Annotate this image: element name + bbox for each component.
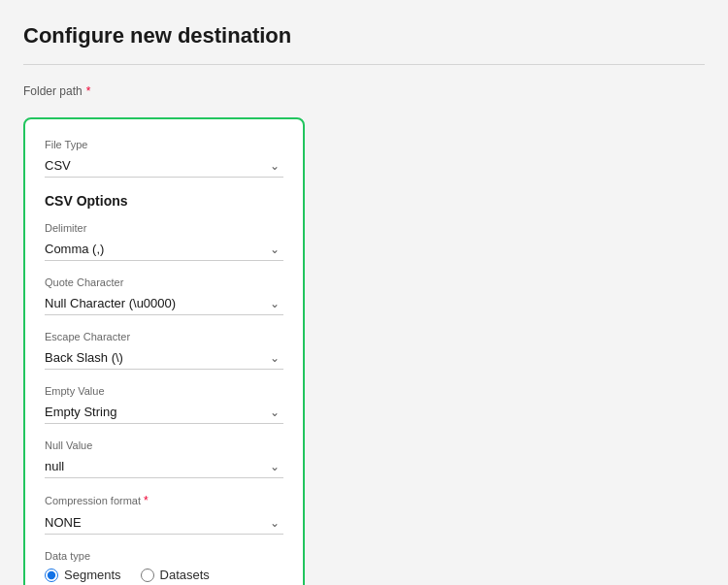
folder-path-required-star: * [86,84,91,98]
page-title: Configure new destination [23,23,705,49]
file-type-field: File Type CSV JSON Parquet ⌄ [45,139,283,178]
empty-value-select-wrapper: Empty String Null None ⌄ [45,401,283,424]
delimiter-field: Delimiter Comma (,) Tab Pipe (|) Semicol… [45,222,283,261]
datasets-radio[interactable] [141,569,154,582]
escape-character-select-wrapper: Back Slash (\) None ⌄ [45,346,283,370]
file-type-select[interactable]: CSV JSON Parquet [45,154,283,178]
delimiter-label: Delimiter [45,222,283,234]
radio-option-segments[interactable]: Segments [45,568,121,582]
title-divider [23,64,705,65]
compression-format-field: Compression format * NONE GZIP SNAPPY ⌄ [45,494,283,535]
config-box: File Type CSV JSON Parquet ⌄ CSV Options… [23,117,305,585]
compression-format-select[interactable]: NONE GZIP SNAPPY [45,511,283,535]
datasets-label: Datasets [160,568,210,582]
compression-format-label: Compression format * [45,494,283,507]
quote-character-select[interactable]: Null Character (\u0000) Double Quote (")… [45,292,283,315]
data-type-field: Data type Segments Datasets [45,550,283,582]
segments-label: Segments [64,568,121,582]
null-value-select-wrapper: null None Empty String ⌄ [45,455,283,478]
delimiter-select-wrapper: Comma (,) Tab Pipe (|) Semicolon (;) ⌄ [45,238,283,261]
file-type-label: File Type [45,139,283,150]
escape-character-select[interactable]: Back Slash (\) None [45,346,283,370]
file-type-select-wrapper: CSV JSON Parquet ⌄ [45,154,283,178]
empty-value-field: Empty Value Empty String Null None ⌄ [45,385,283,424]
quote-character-select-wrapper: Null Character (\u0000) Double Quote (")… [45,292,283,315]
delimiter-select[interactable]: Comma (,) Tab Pipe (|) Semicolon (;) [45,238,283,261]
data-type-label: Data type [45,550,283,562]
data-type-radio-group: Segments Datasets [45,568,283,582]
null-value-label: Null Value [45,439,283,451]
escape-character-label: Escape Character [45,331,283,342]
radio-option-datasets[interactable]: Datasets [141,568,210,582]
quote-character-label: Quote Character [45,276,283,288]
escape-character-field: Escape Character Back Slash (\) None ⌄ [45,331,283,370]
folder-path-label: Folder path * [23,84,705,98]
segments-radio[interactable] [45,569,58,582]
empty-value-select[interactable]: Empty String Null None [45,401,283,424]
null-value-select[interactable]: null None Empty String [45,455,283,478]
compression-format-select-wrapper: NONE GZIP SNAPPY ⌄ [45,511,283,535]
null-value-field: Null Value null None Empty String ⌄ [45,439,283,478]
quote-character-field: Quote Character Null Character (\u0000) … [45,276,283,315]
compression-required-star: * [144,494,149,507]
empty-value-label: Empty Value [45,385,283,397]
csv-options-title: CSV Options [45,193,283,209]
